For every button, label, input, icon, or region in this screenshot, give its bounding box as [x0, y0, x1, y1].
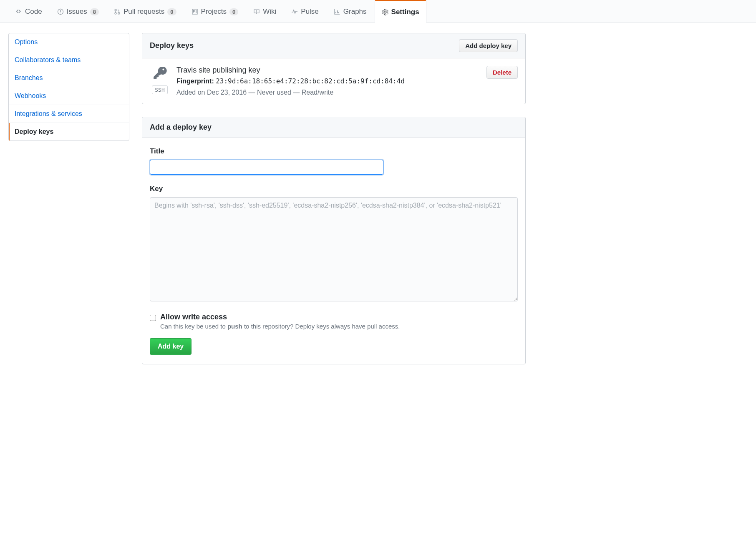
- add-deploy-key-button[interactable]: Add deploy key: [459, 39, 518, 52]
- sidebar-item-options[interactable]: Options: [9, 33, 129, 51]
- tab-wiki-label: Wiki: [263, 8, 276, 16]
- add-deploy-key-panel: Add a deploy key Title Key Allow write a…: [142, 117, 526, 364]
- svg-point-4: [115, 13, 116, 14]
- title-label: Title: [150, 147, 518, 156]
- svg-rect-11: [337, 10, 338, 13]
- tab-settings[interactable]: Settings: [375, 0, 426, 23]
- settings-sidebar: Options Collaborators & teams Branches W…: [8, 33, 129, 141]
- gear-icon: [382, 9, 388, 15]
- svg-rect-9: [196, 10, 197, 13]
- allow-write-desc: Can this key be used to push to this rep…: [160, 323, 400, 330]
- tab-projects-label: Projects: [201, 8, 227, 16]
- tab-pulse[interactable]: Pulse: [284, 0, 326, 22]
- tab-code-label: Code: [25, 8, 42, 16]
- pr-count: 0: [167, 8, 176, 15]
- git-pull-request-icon: [114, 8, 121, 15]
- svg-rect-1: [60, 10, 60, 12]
- add-deploy-key-title: Add a deploy key: [150, 123, 212, 132]
- book-icon: [253, 8, 260, 15]
- issues-count: 8: [90, 8, 99, 15]
- allow-write-checkbox[interactable]: [150, 315, 156, 321]
- sidebar-item-deploy-keys[interactable]: Deploy keys: [9, 123, 129, 141]
- tab-code[interactable]: Code: [8, 0, 49, 22]
- pulse-icon: [291, 8, 298, 15]
- key-icon: [153, 66, 167, 81]
- title-input[interactable]: [150, 160, 383, 175]
- allow-write-label: Allow write access: [160, 313, 400, 321]
- issue-icon: [57, 8, 64, 15]
- deploy-key-row: SSH Travis site publishing key Fingerpri…: [142, 58, 525, 104]
- tab-pr-label: Pull requests: [123, 8, 164, 16]
- tab-projects[interactable]: Projects 0: [184, 0, 246, 22]
- ssh-badge: SSH: [152, 85, 167, 94]
- sidebar-item-collaborators[interactable]: Collaborators & teams: [9, 51, 129, 69]
- tab-wiki[interactable]: Wiki: [246, 0, 283, 22]
- svg-point-3: [115, 9, 116, 11]
- tab-graphs-label: Graphs: [343, 8, 367, 16]
- sidebar-item-branches[interactable]: Branches: [9, 69, 129, 87]
- tab-graphs[interactable]: Graphs: [327, 0, 374, 22]
- projects-count: 0: [229, 8, 238, 15]
- fingerprint-label: Fingerprint:: [176, 78, 214, 85]
- deploy-key-meta: Added on Dec 23, 2016 — Never used — Rea…: [176, 89, 480, 96]
- deploy-key-name: Travis site publishing key: [176, 66, 480, 75]
- svg-rect-12: [338, 12, 339, 13]
- svg-rect-10: [335, 12, 336, 13]
- svg-rect-7: [193, 10, 194, 13]
- tab-settings-label: Settings: [391, 8, 419, 16]
- code-icon: [15, 8, 22, 15]
- repo-tabs: Code Issues 8 Pull requests 0 Projects 0…: [0, 0, 756, 23]
- sidebar-item-webhooks[interactable]: Webhooks: [9, 87, 129, 105]
- tab-issues[interactable]: Issues 8: [50, 0, 106, 22]
- delete-key-button[interactable]: Delete: [486, 66, 518, 79]
- project-icon: [192, 8, 198, 15]
- deploy-key-fingerprint: Fingerprint: 23:9d:6a:18:65:e4:72:28:bc:…: [176, 76, 480, 86]
- key-label: Key: [150, 185, 518, 193]
- deploy-keys-panel: Deploy keys Add deploy key SSH Travis si…: [142, 33, 526, 104]
- tab-pull-requests[interactable]: Pull requests 0: [107, 0, 184, 22]
- key-textarea[interactable]: [150, 197, 518, 301]
- deploy-keys-title: Deploy keys: [150, 41, 194, 50]
- sidebar-item-integrations[interactable]: Integrations & services: [9, 105, 129, 123]
- fingerprint-value: 23:9d:6a:18:65:e4:72:28:bc:82:cd:5a:9f:c…: [216, 77, 405, 85]
- tab-issues-label: Issues: [67, 8, 87, 16]
- svg-rect-8: [194, 10, 195, 12]
- svg-rect-2: [60, 13, 60, 13]
- add-key-submit-button[interactable]: Add key: [150, 338, 192, 355]
- tab-pulse-label: Pulse: [301, 8, 319, 16]
- graph-icon: [334, 8, 340, 15]
- svg-point-5: [118, 13, 120, 14]
